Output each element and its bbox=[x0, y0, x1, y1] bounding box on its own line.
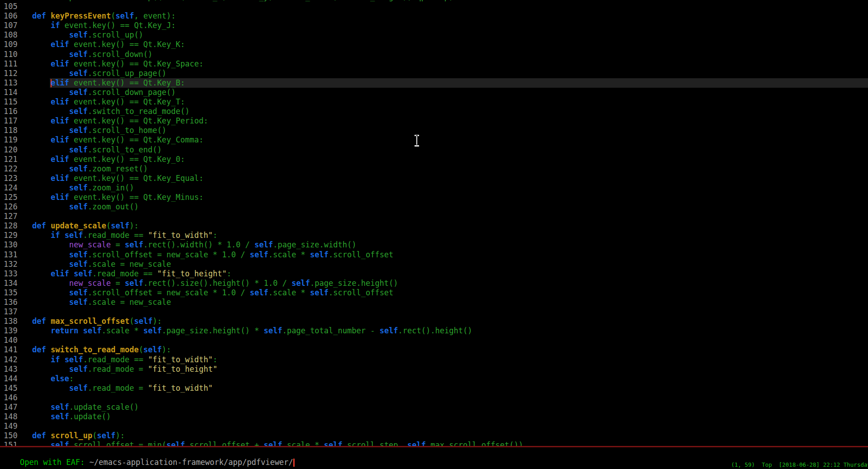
code-token: event.key() == Qt.Key_Comma: bbox=[69, 135, 204, 144]
code-token: switch_to_read_mode bbox=[51, 345, 138, 354]
code-token bbox=[46, 431, 51, 440]
code-line[interactable]: 123 elif event.key() == Qt.Key_Equal: bbox=[0, 174, 868, 183]
code-line[interactable]: 136 self.scale = new_scale bbox=[0, 298, 868, 307]
code-line[interactable]: 139 return self.scale * self.page_size.h… bbox=[0, 326, 868, 336]
code-token: elif bbox=[51, 174, 69, 183]
code-token bbox=[14, 412, 51, 421]
code-line[interactable]: 119 elif event.key() == Qt.Key_Comma: bbox=[0, 135, 868, 145]
code-token: new_scale bbox=[69, 279, 111, 288]
code-line[interactable]: 148 self.update() bbox=[0, 412, 868, 422]
code-token bbox=[14, 326, 51, 335]
code-line[interactable]: 151 self.scroll_offset = min(self.scroll… bbox=[0, 441, 868, 446]
code-line[interactable]: 128 def update_scale(self): bbox=[0, 221, 868, 231]
code-line[interactable]: 109 elif event.key() == Qt.Key_K: bbox=[0, 40, 868, 49]
line-number: 140 bbox=[4, 336, 18, 345]
code-token: if bbox=[51, 355, 60, 364]
code-token: .scroll_offset = new_scale * 1.0 / bbox=[88, 288, 250, 297]
code-line[interactable]: 107 if event.key() == Qt.Key_J: bbox=[0, 21, 868, 30]
code-line[interactable]: 125 elif event.key() == Qt.Key_Minus: bbox=[0, 193, 868, 202]
code-token: self bbox=[74, 269, 92, 278]
code-token: self bbox=[51, 403, 69, 412]
minibuffer[interactable]: Open with EAF: ~/emacs-application-frame… bbox=[1, 448, 295, 469]
code-line[interactable]: 145 self.read_mode = "fit_to_width" bbox=[0, 384, 868, 393]
code-line[interactable]: 117 elif event.key() == Qt.Key_Period: bbox=[0, 116, 868, 126]
code-line[interactable]: 130 new_scale = self.rect().width() * 1.… bbox=[0, 240, 868, 250]
code-line[interactable]: 132 self.scale = new_scale bbox=[0, 260, 868, 269]
code-line[interactable]: 124 self.zoom_in() bbox=[0, 183, 868, 193]
code-line[interactable]: 115 elif event.key() == Qt.Key_T: bbox=[0, 97, 868, 107]
code-token: self bbox=[69, 88, 88, 97]
code-token: "fit_to_height" bbox=[157, 269, 227, 278]
code-text: elif event.key() == Qt.Key_Period: bbox=[14, 116, 208, 126]
code-token: self bbox=[324, 441, 343, 446]
code-line[interactable]: 122 self.zoom_reset() bbox=[0, 164, 868, 174]
code-line[interactable]: 120 self.scroll_to_end() bbox=[0, 145, 868, 155]
code-text: elif event.key() == Qt.Key_Equal: bbox=[14, 174, 204, 183]
code-line[interactable]: 127 bbox=[0, 212, 868, 221]
code-line[interactable]: 121 elif event.key() == Qt.Key_0: bbox=[0, 155, 868, 164]
echo-area[interactable]: Open with EAF: ~/emacs-application-frame… bbox=[0, 447, 868, 469]
code-token bbox=[14, 317, 32, 326]
code-token: self bbox=[310, 250, 329, 259]
code-token bbox=[78, 326, 83, 335]
code-line[interactable]: 118 self.scroll_to_home() bbox=[0, 126, 868, 135]
code-token bbox=[14, 126, 69, 135]
code-line[interactable]: 135 self.scroll_offset = new_scale * 1.0… bbox=[0, 288, 868, 298]
code-token: if bbox=[51, 231, 60, 240]
code-text: def scroll_up(self): bbox=[14, 431, 125, 441]
code-token: .scroll_offset + bbox=[185, 441, 264, 446]
code-token: ( bbox=[129, 317, 134, 326]
code-token: .update_scale() bbox=[69, 403, 139, 412]
code-line-current[interactable]: 113 elif event.key() == Qt.Key_B: bbox=[0, 78, 868, 88]
code-line[interactable]: 108 self.scroll_up() bbox=[0, 30, 868, 40]
code-token bbox=[14, 97, 51, 106]
minibuffer-input[interactable]: ~/emacs-application-framework/app/pdfvie… bbox=[89, 458, 293, 467]
code-token: ( bbox=[138, 345, 143, 354]
code-token: self bbox=[69, 250, 88, 259]
minibuffer-prompt: Open with EAF: bbox=[20, 458, 90, 467]
code-line[interactable]: 144 else: bbox=[0, 374, 868, 384]
code-token: .scroll_to_home() bbox=[88, 126, 167, 135]
code-token: self bbox=[69, 145, 88, 154]
code-line[interactable]: 137 bbox=[0, 307, 868, 317]
code-line[interactable]: 143 self.read_mode = "fit_to_height" bbox=[0, 365, 868, 374]
code-line[interactable]: 149 bbox=[0, 422, 868, 431]
code-token bbox=[14, 145, 69, 154]
code-text: if self.read_mode == "fit_to_width": bbox=[14, 355, 217, 365]
code-line[interactable]: 138 def max_scroll_offset(self): bbox=[0, 317, 868, 326]
code-line[interactable]: 141 def switch_to_read_mode(self): bbox=[0, 345, 868, 355]
code-line[interactable]: 129 if self.read_mode == "fit_to_width": bbox=[0, 231, 868, 240]
code-line[interactable]: 111 elif event.key() == Qt.Key_Space: bbox=[0, 59, 868, 69]
code-line[interactable]: 110 self.scroll_down() bbox=[0, 50, 868, 59]
code-token: scroll_up bbox=[51, 431, 92, 440]
code-token: self bbox=[264, 326, 282, 335]
code-line[interactable]: 147 self.update_scale() bbox=[0, 403, 868, 412]
code-line[interactable]: 114 self.scroll_down_page() bbox=[0, 88, 868, 97]
code-token: self bbox=[310, 288, 329, 297]
code-text: def keyPressEvent(self, event): bbox=[14, 11, 176, 21]
code-line[interactable]: 134 new_scale = self.rect().size().heigh… bbox=[0, 279, 868, 288]
code-line[interactable]: 126 self.zoom_out() bbox=[0, 202, 868, 212]
code-line[interactable]: 112 self.scroll_up_page() bbox=[0, 69, 868, 78]
code-token: elif bbox=[51, 155, 69, 164]
code-token: self bbox=[69, 30, 88, 39]
code-line[interactable]: 150 def scroll_up(self): bbox=[0, 431, 868, 441]
code-line[interactable]: 116 self.switch_to_read_mode() bbox=[0, 107, 868, 116]
code-line[interactable]: 146 bbox=[0, 393, 868, 403]
code-token bbox=[14, 260, 69, 269]
code-line[interactable]: 105 bbox=[0, 2, 868, 11]
code-buffer[interactable]: 104 painter.drawPixmap(QRect(render_x, r… bbox=[0, 0, 868, 446]
code-line[interactable]: 131 self.scroll_offset = new_scale * 1.0… bbox=[0, 250, 868, 260]
code-line[interactable]: 106 def keyPressEvent(self, event): bbox=[0, 11, 868, 21]
code-token: = bbox=[111, 240, 125, 249]
code-token: def bbox=[32, 11, 46, 20]
code-line[interactable]: 133 elif self.read_mode == "fit_to_heigh… bbox=[0, 269, 868, 279]
code-text: self.scroll_down_page() bbox=[14, 88, 176, 97]
code-token bbox=[14, 69, 69, 78]
code-token: elif bbox=[51, 269, 69, 278]
code-line[interactable]: 142 if self.read_mode == "fit_to_width": bbox=[0, 355, 868, 365]
code-line[interactable]: 140 bbox=[0, 336, 868, 345]
code-text: self.scroll_offset = new_scale * 1.0 / s… bbox=[14, 288, 393, 298]
code-token bbox=[46, 11, 51, 20]
code-token: self bbox=[69, 384, 88, 393]
